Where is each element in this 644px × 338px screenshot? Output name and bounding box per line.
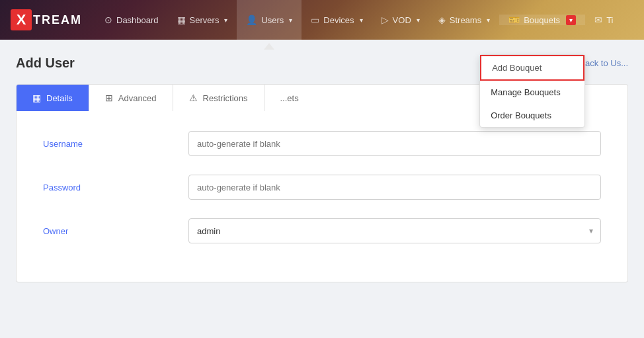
nav-label-bouquets: Bouquets bbox=[524, 15, 560, 25]
form-area: Username Password Owner admin ▾ bbox=[16, 111, 628, 282]
nav-active-triangle bbox=[264, 43, 274, 50]
streams-chevron-icon: ▾ bbox=[487, 17, 490, 24]
logo-text: TREAM bbox=[33, 13, 82, 27]
advanced-tab-icon: ⊞ bbox=[105, 93, 113, 103]
dropdown-item-add-bouquet[interactable]: Add Bouquet bbox=[480, 55, 584, 81]
nav-item-devices[interactable]: ▭ Devices ▾ bbox=[302, 0, 372, 40]
nav-label-streams: Streams bbox=[450, 15, 481, 25]
main-nav: ⊙ Dashboard ▦ Servers ▾ 👤 Users ▾ ▭ Devi… bbox=[95, 0, 633, 40]
owner-select-wrapper: admin ▾ bbox=[188, 218, 601, 243]
vod-chevron-icon: ▾ bbox=[417, 17, 420, 24]
nav-label-servers: Servers bbox=[190, 15, 220, 25]
tab-restrictions[interactable]: ⚠ Restrictions bbox=[173, 85, 264, 111]
tab-label-advanced: Advanced bbox=[118, 93, 157, 103]
nav-item-streams[interactable]: ◈ Streams ▾ bbox=[429, 0, 499, 40]
nav-item-servers[interactable]: ▦ Servers ▾ bbox=[168, 0, 237, 40]
nav-label-ti: Ti bbox=[606, 15, 613, 25]
logo-x: X bbox=[11, 9, 32, 30]
nav-item-ti[interactable]: ✉ Ti bbox=[585, 0, 622, 40]
nav-item-vod[interactable]: ▷ VOD ▾ bbox=[372, 0, 429, 40]
vod-icon: ▷ bbox=[382, 15, 389, 25]
form-row-owner: Owner admin ▾ bbox=[43, 218, 601, 243]
tab-details[interactable]: ▦ Details bbox=[17, 85, 89, 111]
bouquets-dropdown-menu: Add Bouquet Manage Bouquets Order Bouque… bbox=[479, 54, 585, 128]
details-tab-icon: ▦ bbox=[32, 93, 41, 103]
ti-icon: ✉ bbox=[594, 15, 602, 25]
streams-icon: ◈ bbox=[438, 15, 446, 25]
restrictions-tab-icon: ⚠ bbox=[189, 93, 198, 103]
nav-label-dashboard: Dashboard bbox=[116, 15, 159, 25]
nav-label-devices: Devices bbox=[323, 15, 354, 25]
devices-chevron-icon: ▾ bbox=[360, 17, 363, 24]
tab-label-bouquets-short: ...ets bbox=[280, 93, 299, 103]
nav-item-bouquets[interactable]: 🎫 Bouquets ▾ bbox=[499, 15, 585, 25]
tab-label-restrictions: Restrictions bbox=[203, 93, 248, 103]
logo[interactable]: X TREAM bbox=[11, 9, 82, 30]
password-label: Password bbox=[43, 183, 188, 192]
dashboard-icon: ⊙ bbox=[104, 15, 112, 25]
servers-icon: ▦ bbox=[177, 15, 186, 25]
dropdown-item-order-bouquets[interactable]: Order Bouquets bbox=[480, 104, 584, 127]
nav-item-dashboard[interactable]: ⊙ Dashboard bbox=[95, 0, 168, 40]
users-chevron-icon: ▾ bbox=[289, 17, 292, 24]
nav-item-users[interactable]: 👤 Users ▾ bbox=[237, 0, 302, 40]
tab-advanced[interactable]: ⊞ Advanced bbox=[89, 85, 173, 111]
servers-chevron-icon: ▾ bbox=[224, 17, 227, 24]
nav-label-users: Users bbox=[261, 15, 284, 25]
nav-label-vod: VOD bbox=[393, 15, 411, 25]
password-input[interactable] bbox=[188, 175, 601, 200]
username-input[interactable] bbox=[188, 131, 601, 156]
owner-select[interactable]: admin bbox=[188, 218, 601, 243]
form-row-password: Password bbox=[43, 175, 601, 200]
bouquets-dropdown-button[interactable]: ▾ bbox=[566, 15, 576, 25]
devices-icon: ▭ bbox=[311, 15, 319, 25]
nav-item-bouquets-wrapper: 🎫 Bouquets ▾ Add Bouquet Manage Bouquets… bbox=[499, 15, 585, 25]
owner-label: Owner bbox=[43, 226, 188, 236]
bouquets-icon: 🎫 bbox=[508, 15, 520, 25]
username-label: Username bbox=[43, 139, 188, 149]
form-row-username: Username bbox=[43, 131, 601, 156]
users-icon: 👤 bbox=[246, 15, 257, 25]
page-title: Add User bbox=[16, 56, 75, 71]
tab-bouquets-short[interactable]: ...ets bbox=[264, 85, 315, 111]
back-link[interactable]: Back to Us... bbox=[579, 58, 628, 68]
tab-label-details: Details bbox=[46, 93, 73, 103]
header: X TREAM ⊙ Dashboard ▦ Servers ▾ 👤 Users … bbox=[0, 0, 644, 40]
dropdown-item-manage-bouquets[interactable]: Manage Bouquets bbox=[480, 81, 584, 104]
